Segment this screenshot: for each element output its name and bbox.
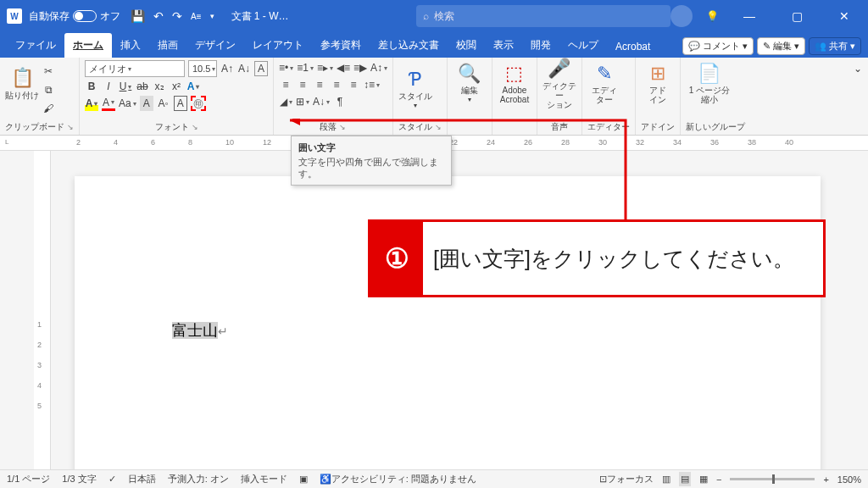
show-marks-icon[interactable]: ¶ [333,94,347,109]
tab-view[interactable]: 表示 [485,33,522,58]
paste-button[interactable]: 📋貼り付け [5,60,39,108]
status-spellcheck-icon[interactable]: ✓ [108,474,116,485]
change-case-icon[interactable]: Aa [119,96,136,111]
phonetic-guide-icon[interactable]: A [254,61,268,76]
zoom-out-icon[interactable]: − [716,474,721,485]
selected-text[interactable]: 富士山 [172,322,218,339]
tab-file[interactable]: ファイル [7,33,64,58]
view-print-icon[interactable]: ▤ [679,472,691,486]
char-shading-icon[interactable]: A [140,96,153,111]
status-language[interactable]: 日本語 [128,473,156,485]
dictation-button[interactable]: 🎤ディクテー ション [542,60,576,108]
font-size-select[interactable]: 10.5 [188,60,217,77]
styles-launcher-icon[interactable]: ↘ [435,123,442,131]
tab-home[interactable]: ホーム [64,33,112,58]
tab-mailings[interactable]: 差し込み文書 [370,33,448,58]
maximize-button[interactable]: ▢ [780,0,814,32]
tab-layout[interactable]: レイアウト [244,33,312,58]
tab-developer[interactable]: 開発 [522,33,559,58]
tab-references[interactable]: 参考資料 [312,33,370,58]
search-input[interactable]: ⌕ 検索 [416,5,670,27]
undo-icon[interactable]: ↶ [153,9,164,23]
share-button[interactable]: 👥共有 ▾ [809,37,861,55]
save-icon[interactable]: 💾 [131,9,145,23]
highlight-color-icon[interactable]: A [85,96,98,111]
grow-font-icon[interactable]: A↑ [220,61,234,76]
account-avatar[interactable] [670,5,693,27]
borders-icon[interactable]: ⊞ [296,94,309,109]
status-predict[interactable]: 予測入力: オン [168,473,229,485]
autosave-toggle[interactable]: 自動保存 オフ [29,9,120,24]
align-right-icon[interactable]: ≡ [313,77,326,92]
line-spacing-icon[interactable]: ↕≡ [364,77,380,92]
numbering-icon[interactable]: ≡1 [297,60,314,75]
sort-icon[interactable]: A↓ [313,94,330,109]
distributed-icon[interactable]: ≡ [347,77,360,92]
align-left-icon[interactable]: ≡ [279,77,292,92]
clear-format-icon[interactable]: A◦ [157,96,170,111]
bullets-icon[interactable]: ≡• [279,60,293,75]
multilevel-icon[interactable]: ≡▸ [317,60,333,75]
cut-icon[interactable]: ✂ [42,64,55,79]
zoom-level[interactable]: 150% [837,474,861,485]
justify-icon[interactable]: ≡ [330,77,343,92]
asian-layout-icon[interactable]: A↕ [370,60,387,75]
editor-button[interactable]: ✎エディ ター [587,60,621,108]
acrobat-button[interactable]: ⬚Adobe Acrobat [498,60,531,108]
tooltip-title: 囲い文字 [298,141,444,154]
font-name-select[interactable]: メイリオ [85,60,185,77]
zoom-slider[interactable] [730,478,815,480]
bold-button[interactable]: B [85,79,98,94]
tab-insert[interactable]: 挿入 [112,33,149,58]
zoom-in-icon[interactable]: + [823,474,828,485]
subscript-button[interactable]: x₂ [153,79,166,94]
increase-indent-icon[interactable]: ≡▶ [353,60,367,75]
addin-button[interactable]: ⊞アド イン [641,60,675,108]
decrease-indent-icon[interactable]: ◀≡ [337,60,350,75]
collapse-ribbon-icon[interactable]: ⌄ [851,61,865,76]
styles-button[interactable]: Ƥスタイル▾ [398,66,432,114]
shading-icon[interactable]: ◢ [279,94,292,109]
copy-icon[interactable]: ⧉ [42,82,55,97]
redo-icon[interactable]: ↷ [172,9,182,23]
document-text[interactable]: 富士山 [172,320,228,341]
char-border-icon[interactable]: A [174,96,187,111]
clipboard-launcher-icon[interactable]: ↘ [67,123,74,131]
tab-design[interactable]: デザイン [186,33,244,58]
minimize-button[interactable]: — [732,0,766,32]
edit-mode-button[interactable]: ✎編集 ▾ [757,37,805,55]
comments-button[interactable]: 💬コメント ▾ [682,37,754,55]
shrink-font-icon[interactable]: A↓ [237,61,251,76]
vertical-ruler[interactable]: 12345 [34,151,51,469]
lightbulb-icon[interactable]: 💡 [706,10,719,22]
status-page[interactable]: 1/1 ページ [7,473,50,485]
view-web-icon[interactable]: ▦ [699,474,708,485]
status-accessibility[interactable]: ♿アクセシビリティ: 問題ありません [320,473,476,485]
enclose-characters-button[interactable]: ㊞ [191,96,206,111]
status-macro-icon[interactable]: ▣ [299,474,308,485]
text-effects-icon[interactable]: A [186,79,200,94]
tab-acrobat[interactable]: Acrobat [607,36,659,58]
format-painter-icon[interactable]: 🖌 [42,101,55,116]
paragraph-launcher-icon[interactable]: ↘ [339,123,346,131]
underline-button[interactable]: U [119,79,132,94]
qat-more-icon[interactable]: A≡ [191,12,202,21]
tab-review[interactable]: 校閲 [448,33,485,58]
tab-help[interactable]: ヘルプ [559,33,607,58]
align-center-icon[interactable]: ≡ [296,77,309,92]
tooltip-body: 文字を円や四角で囲んで強調します。 [298,157,444,180]
strikethrough-button[interactable]: ab [136,79,149,94]
autosave-switch[interactable] [73,10,97,22]
italic-button[interactable]: I [102,79,115,94]
close-button[interactable]: ✕ [827,0,861,32]
tab-draw[interactable]: 描画 [149,33,186,58]
status-focus[interactable]: ⊡フォーカス [599,473,654,485]
font-launcher-icon[interactable]: ↘ [192,123,198,131]
font-color-icon[interactable]: A [102,96,115,111]
view-read-icon[interactable]: ▥ [662,474,670,485]
status-insert-mode[interactable]: 挿入モード [241,473,287,485]
status-words[interactable]: 1/3 文字 [62,473,96,485]
superscript-button[interactable]: x² [170,79,183,94]
editing-button[interactable]: 🔍編集▾ [453,60,487,108]
shrink-one-page-button[interactable]: 📄1 ページ分 縮小 [686,60,733,108]
